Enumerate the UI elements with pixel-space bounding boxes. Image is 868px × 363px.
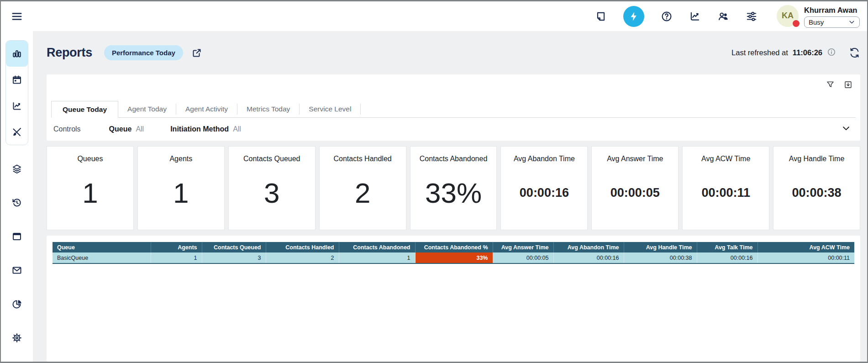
control-filter-queue[interactable]: QueueAll xyxy=(109,125,144,133)
app-window: KA Khurram Awan Busy xyxy=(0,0,868,363)
info-icon[interactable] xyxy=(827,47,836,58)
card-value: 2 xyxy=(355,163,370,230)
controls-label: Controls xyxy=(53,125,81,133)
column-header-contacts-abandoned-[interactable]: Contacts Abandoned % xyxy=(415,242,493,253)
cell-avg-acw-time: 00:00:11 xyxy=(758,253,854,263)
column-header-queue[interactable]: Queue xyxy=(53,242,151,253)
column-header-agents[interactable]: Agents xyxy=(151,242,202,253)
avatar[interactable]: KA xyxy=(777,5,799,27)
controls-row: Controls QueueAllInitiation MethodAll xyxy=(51,118,856,140)
card-title: Agents xyxy=(169,155,192,163)
tab-queue-today[interactable]: Queue Today xyxy=(51,101,118,118)
card-value: 1 xyxy=(82,163,98,230)
sidebar-item-settings[interactable] xyxy=(6,332,28,343)
sidebar-item-layers[interactable] xyxy=(6,163,28,174)
column-header-contacts-handled[interactable]: Contacts Handled xyxy=(266,242,339,253)
card-title: Contacts Handled xyxy=(334,155,392,163)
cell-contacts-queued: 3 xyxy=(202,253,266,263)
summary-card-avg-acw-time: Avg ACW Time00:00:11 xyxy=(682,146,769,230)
column-header-avg-handle-time[interactable]: Avg Handle Time xyxy=(624,242,697,253)
report-panel: Queue TodayAgent TodayAgent ActivityMetr… xyxy=(47,74,860,141)
last-refreshed-label: Last refreshed at xyxy=(731,48,788,57)
filter-icon[interactable] xyxy=(826,80,835,89)
tab-bar: Queue TodayAgent TodayAgent ActivityMetr… xyxy=(51,101,856,118)
external-link-icon[interactable] xyxy=(191,47,202,58)
sidebar-primary-group xyxy=(5,40,28,145)
card-value: 00:00:38 xyxy=(792,163,842,230)
pie-chart-icon xyxy=(11,299,22,310)
user-name: Khurram Awan xyxy=(804,6,860,15)
cell-agents: 1 xyxy=(151,253,202,263)
refresh-icon[interactable] xyxy=(849,47,860,58)
status-select-value: Busy xyxy=(809,18,824,26)
controls-collapse-chevron-icon[interactable] xyxy=(841,123,851,135)
column-header-avg-answer-time[interactable]: Avg Answer Time xyxy=(493,242,553,253)
report-badge: Performance Today xyxy=(104,45,183,60)
history-icon xyxy=(11,197,22,208)
tab-divider xyxy=(360,104,361,115)
sidebar-item-mail[interactable] xyxy=(6,265,28,276)
sidebar-item-history[interactable] xyxy=(6,197,28,208)
card-value: 00:00:11 xyxy=(701,163,750,230)
sidebar-secondary-group xyxy=(1,163,33,343)
download-icon[interactable] xyxy=(843,80,853,89)
card-title: Contacts Abandoned xyxy=(420,155,488,163)
paintbrush-icon xyxy=(11,126,22,137)
column-header-avg-acw-time[interactable]: Avg ACW Time xyxy=(758,242,854,253)
tab-agent-activity[interactable]: Agent Activity xyxy=(176,101,237,117)
summary-cards: Queues1Agents1Contacts Queued3Contacts H… xyxy=(47,146,860,230)
cell-contacts-handled: 2 xyxy=(266,253,339,263)
summary-card-avg-abandon-time: Avg Abandon Time00:00:16 xyxy=(500,146,588,230)
status-select[interactable]: Busy xyxy=(804,16,860,28)
card-title: Queues xyxy=(77,155,103,163)
tab-service-level[interactable]: Service Level xyxy=(300,101,360,117)
cell-avg-answer-time: 00:00:05 xyxy=(493,253,553,263)
gear-icon xyxy=(11,332,22,343)
help-icon[interactable] xyxy=(661,11,673,22)
filter-value: All xyxy=(136,125,144,133)
card-title: Avg ACW Time xyxy=(701,155,750,163)
tab-agent-today[interactable]: Agent Today xyxy=(118,101,176,117)
summary-card-avg-answer-time: Avg Answer Time00:00:05 xyxy=(591,146,679,230)
notes-icon[interactable] xyxy=(595,11,607,22)
cell-avg-handle-time: 00:00:38 xyxy=(624,253,697,263)
metrics-chart-icon[interactable] xyxy=(689,11,701,22)
sidebar xyxy=(1,31,33,362)
summary-card-contacts-abandoned: Contacts Abandoned33% xyxy=(410,146,497,230)
mail-icon xyxy=(11,265,22,276)
cell-contacts-abandoned-: 33% xyxy=(415,253,493,263)
cell-contacts-abandoned: 1 xyxy=(339,253,415,263)
column-header-avg-talk-time[interactable]: Avg Talk Time xyxy=(697,242,758,253)
sidebar-item-window[interactable] xyxy=(6,231,28,242)
card-value: 33% xyxy=(425,163,482,230)
sidebar-item-line-chart[interactable] xyxy=(6,93,28,119)
cell-avg-abandon-time: 00:00:16 xyxy=(553,253,624,263)
hamburger-menu-icon[interactable] xyxy=(11,11,23,22)
card-title: Avg Handle Time xyxy=(789,155,845,163)
card-title: Avg Answer Time xyxy=(607,155,663,163)
sidebar-item-bar-chart[interactable] xyxy=(6,41,28,67)
card-value: 00:00:05 xyxy=(610,163,660,230)
sidebar-item-calendar[interactable] xyxy=(6,67,28,93)
settings-sliders-icon[interactable] xyxy=(746,11,758,22)
realtime-metrics-icon[interactable] xyxy=(623,6,644,27)
tab-metrics-today[interactable]: Metrics Today xyxy=(237,101,299,117)
calendar-icon xyxy=(11,74,22,85)
agents-icon[interactable] xyxy=(717,11,729,22)
table-row: BasicQueue132133%00:00:0500:00:1600:00:3… xyxy=(53,253,854,263)
card-value: 00:00:16 xyxy=(520,163,569,230)
column-header-contacts-abandoned[interactable]: Contacts Abandoned xyxy=(339,242,415,253)
chevron-down-icon xyxy=(848,19,855,26)
column-header-contacts-queued[interactable]: Contacts Queued xyxy=(202,242,266,253)
topbar-actions: KA Khurram Awan Busy xyxy=(595,5,860,28)
sidebar-item-designer[interactable] xyxy=(6,119,28,145)
column-header-avg-abandon-time[interactable]: Avg Abandon Time xyxy=(553,242,624,253)
card-title: Avg Abandon Time xyxy=(514,155,575,163)
line-chart-icon xyxy=(11,100,22,111)
summary-card-contacts-queued: Contacts Queued3 xyxy=(228,146,316,230)
cell-queue: BasicQueue xyxy=(53,253,151,263)
control-filter-initiation-method[interactable]: Initiation MethodAll xyxy=(170,125,241,133)
panel-actions xyxy=(826,80,853,89)
page-header: Reports Performance Today Last refreshed… xyxy=(47,31,860,74)
sidebar-item-pie-chart[interactable] xyxy=(6,299,28,310)
